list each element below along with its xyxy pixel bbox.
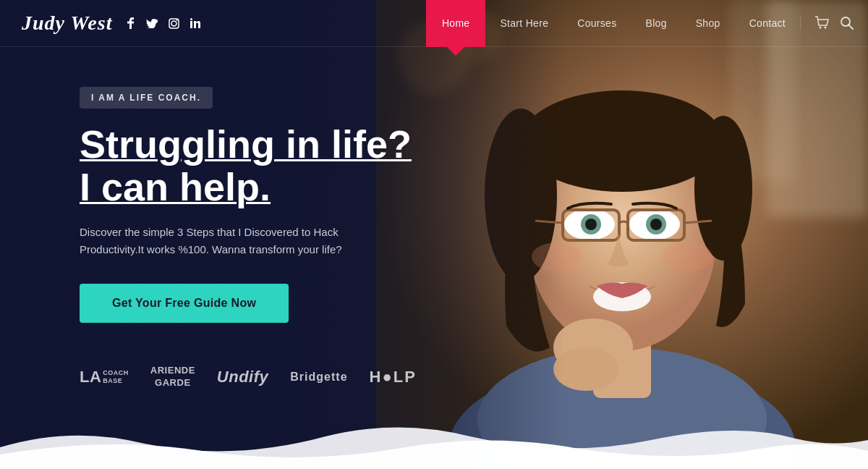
svg-line-35	[849, 25, 854, 30]
brand-la-letters: LA	[80, 368, 101, 386]
facebook-icon[interactable]	[123, 16, 137, 30]
logo-text: Judy West	[22, 12, 112, 34]
brand-la-coach-base: LA COACHBASE	[80, 368, 129, 386]
wave-decoration	[0, 411, 868, 469]
nav-shop[interactable]: Shop	[681, 0, 735, 47]
nav-icon-group	[800, 16, 868, 30]
hero-title-line1: Struggling in life?	[80, 122, 412, 166]
navbar-right: Home Start Here Courses Blog Shop Contac…	[426, 0, 868, 46]
nav-start-here[interactable]: Start Here	[485, 0, 563, 47]
nav-home[interactable]: Home	[426, 0, 486, 47]
svg-point-28	[171, 21, 176, 26]
hero-title: Struggling in life? I can help.	[80, 123, 412, 209]
svg-point-17	[650, 219, 662, 230]
svg-point-16	[585, 219, 597, 230]
brand-ariende-garde: ariendeGARDE	[150, 365, 195, 389]
svg-point-31	[190, 18, 192, 20]
hero-section: Judy West Home Start Here	[0, 0, 868, 469]
cart-icon[interactable]	[815, 16, 830, 30]
brand-bridgette: Bridgette	[290, 371, 347, 384]
navbar-left: Judy West	[0, 12, 426, 35]
svg-point-32	[820, 27, 822, 29]
svg-point-26	[662, 242, 712, 271]
svg-rect-30	[190, 21, 192, 28]
search-icon[interactable]	[841, 17, 854, 30]
nav-links: Home Start Here Courses Blog Shop Contac…	[426, 0, 800, 46]
nav-contact[interactable]: Contact	[735, 0, 800, 47]
social-icons	[123, 16, 203, 30]
cta-button[interactable]: Get Your Free Guide Now	[80, 284, 289, 323]
nav-blog[interactable]: Blog	[631, 0, 681, 47]
navbar: Judy West Home Start Here	[0, 0, 868, 47]
linkedin-icon[interactable]	[188, 16, 203, 30]
hero-title-line2: I can help.	[80, 165, 271, 208]
twitter-icon[interactable]	[145, 16, 159, 30]
brand-holp: H●LP	[370, 368, 417, 386]
site-logo[interactable]: Judy West	[22, 12, 112, 35]
hero-description: Discover the simple 3 Steps that I Disco…	[80, 224, 405, 258]
svg-point-29	[176, 20, 177, 21]
nav-courses[interactable]: Courses	[563, 0, 631, 47]
instagram-icon[interactable]	[166, 16, 181, 30]
svg-point-33	[825, 27, 827, 29]
hero-badge: I AM A LIFE COACH.	[80, 87, 213, 109]
hero-content: I AM A LIFE COACH. Struggling in life? I…	[80, 87, 412, 323]
brand-undify: Undify	[217, 368, 268, 386]
brand-logos: LA COACHBASE ariendeGARDE Undify Bridget…	[80, 365, 417, 389]
brand-la-subtext: COACHBASE	[103, 369, 129, 385]
